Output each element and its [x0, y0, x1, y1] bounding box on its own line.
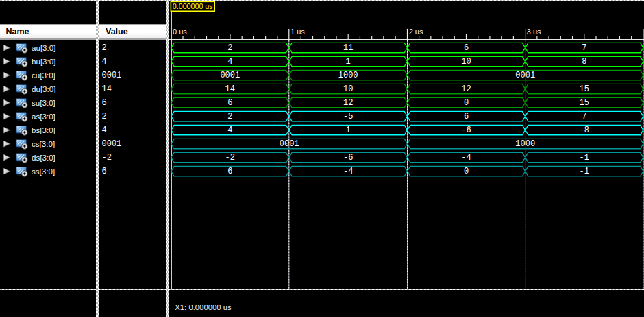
- svg-text:6: 6: [464, 112, 469, 121]
- svg-text:6: 6: [227, 167, 232, 176]
- svg-text:0001: 0001: [220, 71, 240, 80]
- svg-text:15: 15: [580, 84, 589, 94]
- svg-text:0001: 0001: [280, 139, 299, 149]
- svg-text:X1: 0.000000 us: X1: 0.000000 us: [175, 303, 232, 312]
- svg-text:-1: -1: [580, 167, 589, 176]
- svg-text:7: 7: [582, 112, 586, 121]
- svg-text:-1: -1: [580, 153, 589, 163]
- svg-text:1000: 1000: [338, 71, 358, 80]
- svg-text:15: 15: [580, 98, 589, 108]
- svg-text:-6: -6: [461, 126, 471, 135]
- svg-text:8: 8: [582, 57, 586, 67]
- svg-text:0001: 0001: [515, 71, 535, 80]
- svg-text:1 us: 1 us: [290, 27, 305, 36]
- svg-text:1: 1: [346, 126, 351, 135]
- svg-text:2 us: 2 us: [409, 27, 423, 36]
- svg-text:7: 7: [582, 43, 586, 53]
- svg-text:10: 10: [343, 84, 353, 94]
- svg-text:2: 2: [227, 112, 232, 121]
- svg-text:12: 12: [343, 98, 353, 108]
- svg-text:-8: -8: [580, 126, 589, 135]
- svg-text:1000: 1000: [515, 139, 535, 149]
- svg-text:-5: -5: [343, 112, 353, 121]
- svg-text:0: 0: [464, 98, 469, 108]
- svg-text:11: 11: [343, 43, 353, 53]
- svg-text:-4: -4: [343, 167, 353, 176]
- svg-text:-2: -2: [225, 153, 235, 163]
- svg-text:10: 10: [461, 57, 471, 67]
- svg-text:12: 12: [461, 84, 471, 94]
- svg-text:1: 1: [346, 57, 351, 67]
- svg-text:4: 4: [227, 57, 232, 67]
- svg-text:0 us: 0 us: [173, 27, 187, 36]
- svg-text:3 us: 3 us: [527, 27, 541, 36]
- svg-text:-6: -6: [343, 153, 353, 163]
- svg-text:4: 4: [227, 126, 232, 135]
- svg-text:0.000000 us: 0.000000 us: [173, 2, 213, 10]
- svg-text:2: 2: [227, 43, 232, 53]
- svg-text:0: 0: [464, 167, 469, 176]
- svg-text:-4: -4: [461, 153, 471, 163]
- svg-text:14: 14: [225, 84, 235, 94]
- svg-text:6: 6: [464, 43, 469, 53]
- svg-text:6: 6: [227, 98, 232, 108]
